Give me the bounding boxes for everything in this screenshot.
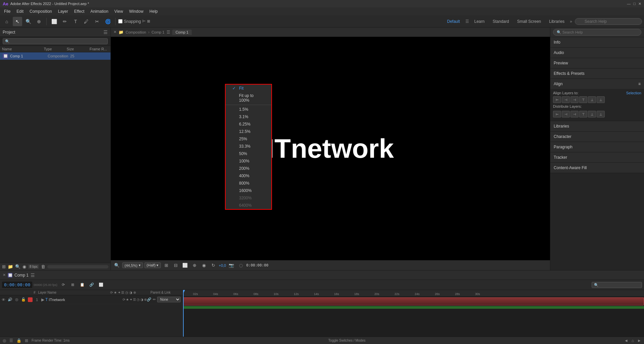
search-icon-bottom[interactable]: 🔍 [15,264,20,269]
zoom-control[interactable]: (44,5%) ▾ [122,262,143,268]
search-input[interactable] [575,18,642,25]
timeline-menu-icon[interactable]: ☰ [31,273,35,278]
menu-effect[interactable]: Effect [72,8,87,14]
close-tab-icon[interactable]: ✕ [113,30,117,34]
zoom-50[interactable]: 50% [226,150,271,157]
new-comp-icon[interactable]: ⊞ [2,264,6,269]
zoom-400[interactable]: 400% [226,172,271,180]
mask-btn[interactable]: ⬜ [181,261,189,269]
status-arrow-left[interactable]: ◄ [624,338,628,343]
snapping-checkbox[interactable] [118,19,123,23]
align-right-btn[interactable]: ⊣ [570,96,579,103]
menu-layer[interactable]: Layer [55,8,71,14]
minimize-button[interactable]: — [627,2,631,6]
zoom-6.25[interactable]: 6.25% [226,120,271,128]
layer-ctrl-blend[interactable]: ◑ [140,298,143,301]
timeline-tool2[interactable]: ⊞ [69,281,77,289]
tracker-header[interactable]: Tracker [550,152,644,162]
layer-expand-1[interactable]: ▶ [40,297,45,302]
layer-ctrl-3d[interactable]: ◷ [137,298,140,301]
align-top-btn[interactable]: ⊤ [579,96,587,103]
project-menu-icon[interactable]: ☰ [103,30,108,35]
menu-file[interactable]: File [1,8,13,14]
toggle-switches-modes[interactable]: Toggle Switches / Modes [328,339,366,342]
close-button[interactable]: ✕ [638,2,641,6]
dist-right-btn[interactable]: ⊣ [570,111,579,117]
align-bottom-btn[interactable]: ⊥ [597,96,605,103]
dist-left-btn[interactable]: ⊢ [553,111,561,117]
color-btn[interactable]: ◉ [200,261,208,269]
content-aware-header[interactable]: Content-Aware Fill [550,163,644,173]
shape-tool[interactable]: ⬜ [49,17,59,26]
layer-audio-1[interactable]: 🔊 [7,297,13,302]
color-icon[interactable]: ◉ [22,264,26,269]
project-search-input[interactable] [3,38,108,44]
layer-bar-1[interactable] [183,297,644,305]
dist-center-h-btn[interactable]: ⊣ [562,111,570,117]
folder-icon[interactable]: 📁 [8,264,13,269]
character-header[interactable]: Character [550,132,644,142]
workspace-default[interactable]: Default [444,18,462,24]
menu-composition[interactable]: Composition [27,8,55,14]
timeline-tool1[interactable]: ⟳ [59,281,67,289]
workspace-menu-icon[interactable]: ☰ [465,19,469,24]
timeline-close-icon[interactable]: ✕ [3,273,6,277]
type-tool[interactable]: T [71,17,80,26]
timeline-tool4[interactable]: 🔗 [88,281,96,289]
align-center-v-btn[interactable]: ⊥ [588,96,596,103]
zoom-1600[interactable]: 1600% [226,187,271,194]
timeline-search-input[interactable] [592,282,642,288]
preview-header[interactable]: Preview [550,58,644,68]
layer-ctrl-motion[interactable]: ☰ [133,298,136,301]
project-item-comp1[interactable]: ⬜ Comp 1 Composition 25 [0,52,110,60]
parent-select-1[interactable]: None [157,297,181,302]
align-target-value[interactable]: Selection [626,91,641,95]
menu-edit[interactable]: Edit [14,8,26,14]
zoom-fit-100[interactable]: Fit up to 100% [226,92,271,104]
search-tool[interactable]: 🔍 [24,17,33,26]
layer-solo-1[interactable]: ◎ [13,297,20,302]
timeline-tool5[interactable]: ⬜ [97,281,105,289]
right-search-input[interactable] [553,29,641,36]
menu-view[interactable]: View [112,8,126,14]
playhead[interactable] [183,290,184,337]
align-center-h-btn[interactable]: ⊣ [562,96,570,103]
layer-ctrl-transform[interactable]: ⟳ [123,298,125,301]
workspace-learn[interactable]: Learn [472,18,488,24]
expand-btn[interactable]: ⊞ [162,261,170,269]
zoom-12.5[interactable]: 12.5% [226,128,271,135]
audio-header[interactable]: Audio [550,48,644,58]
menu-window[interactable]: Window [126,8,146,14]
resolution-control[interactable]: (Half) ▾ [144,262,161,268]
zoom-33.3[interactable]: 33.3% [226,143,271,150]
paragraph-header[interactable]: Paragraph [550,142,644,152]
home-tool[interactable]: ⌂ [2,17,11,26]
motion-btn[interactable]: ↻ [209,261,217,269]
maximize-button[interactable]: □ [633,2,636,6]
menu-animation[interactable]: Animation [88,8,111,14]
zoom-800[interactable]: 800% [226,180,271,187]
magnify-btn[interactable]: 🔍 [113,261,121,269]
workspace-more[interactable]: » [570,19,572,24]
grid-btn[interactable]: ⊟ [172,261,180,269]
zoom-25[interactable]: 25% [226,135,271,143]
layer-ctrl-star[interactable]: ★ [126,298,129,301]
dist-top-btn[interactable]: ⊤ [579,111,587,117]
anchor-tool[interactable]: ✂ [92,17,102,26]
align-header[interactable]: Align ≡ [550,79,644,89]
layer-eye-1[interactable]: 👁 [0,298,7,302]
workspace-standard[interactable]: Standard [490,18,512,24]
info-header[interactable]: Info [550,37,644,47]
align-left-btn[interactable]: ⊢ [553,96,561,103]
zoom-100[interactable]: 100% [226,157,271,165]
zoom-1.5[interactable]: 1.5% [226,106,271,113]
pen-tool[interactable]: ✏ [60,17,70,26]
overlay-btn[interactable]: ⊕ [190,261,198,269]
layer-lock-1[interactable]: 🔓 [20,297,27,302]
libraries-header[interactable]: Libraries [550,121,644,131]
layer-ctrl-effect[interactable]: ✦ [130,298,132,301]
menu-help[interactable]: Help [147,8,160,14]
timeline-tool3[interactable]: 📋 [78,281,86,289]
pen2-tool[interactable]: 🖊 [82,17,91,26]
camera-btn[interactable]: 📷 [227,261,235,269]
